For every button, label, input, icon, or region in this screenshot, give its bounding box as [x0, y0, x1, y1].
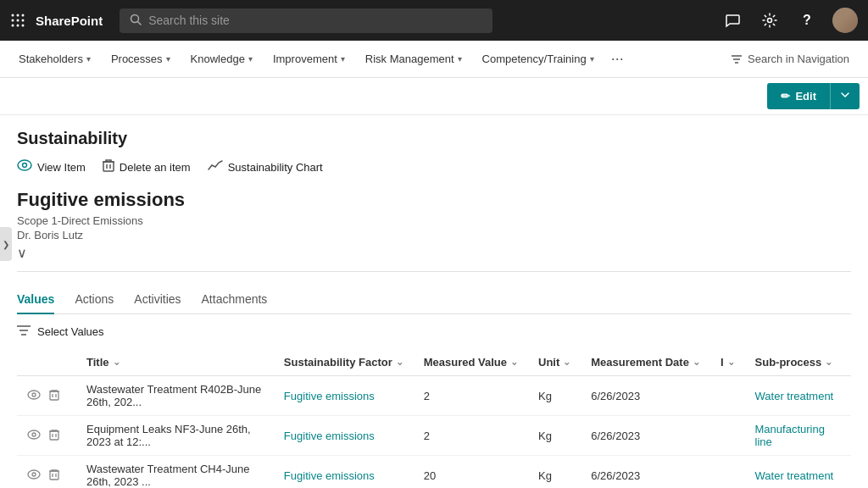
main-content: Sustainability View Item: [0, 115, 868, 488]
chart-icon: [208, 159, 223, 175]
filter-icon: [731, 53, 743, 65]
tab-values[interactable]: Values: [17, 286, 54, 314]
svg-point-2: [22, 14, 25, 17]
col-sustainability-factor[interactable]: Sustainability Factor ⌄: [274, 349, 414, 376]
svg-point-5: [22, 19, 25, 22]
top-bar-actions: ?: [721, 8, 858, 33]
item-title: Fugitive emissions: [17, 189, 851, 211]
side-collapse-tab[interactable]: ❯: [0, 227, 12, 261]
data-table: Title ⌄ Sustainability Factor ⌄ Measured…: [17, 349, 851, 488]
nav-item-competency-training[interactable]: Competency/Training ▾: [474, 41, 603, 77]
delete-item-button[interactable]: Delete an item: [103, 158, 191, 175]
row-sustainability-factor[interactable]: Fugitive emissions: [274, 416, 414, 456]
edit-expand-button[interactable]: [830, 83, 860, 109]
row-actions: [27, 429, 66, 443]
toolbar: View Item Delete an item Sustainabilit: [17, 158, 851, 175]
svg-point-4: [17, 19, 19, 22]
svg-point-0: [12, 14, 14, 17]
row-title: Wastewater Treatment CH4-June 26th, 2023…: [76, 456, 274, 489]
row-unit: Kg: [528, 456, 581, 489]
search-navigation-button[interactable]: Search in Navigation: [722, 49, 858, 69]
tabs: Values Actions Activities Attachments: [17, 286, 851, 314]
help-icon[interactable]: ?: [795, 8, 819, 32]
row-i: [710, 416, 745, 456]
svg-point-31: [32, 433, 36, 436]
svg-point-8: [22, 25, 25, 27]
col-i[interactable]: I ⌄: [710, 349, 745, 376]
col-measurement-date[interactable]: Measurement Date ⌄: [581, 349, 710, 376]
item-scope: Scope 1-Direct Emissions: [17, 214, 851, 227]
row-actions: [27, 389, 66, 403]
tab-attachments[interactable]: Attachments: [202, 286, 268, 314]
row-delete-icon[interactable]: [49, 389, 59, 403]
row-actions: [27, 469, 66, 483]
table-header-row: Title ⌄ Sustainability Factor ⌄ Measured…: [17, 349, 851, 376]
sort-icon: ⌄: [825, 357, 832, 368]
svg-point-11: [768, 19, 772, 23]
nav-item-knowledge[interactable]: Knowledge ▾: [182, 41, 261, 77]
page-title: Sustainability: [17, 129, 851, 148]
svg-point-37: [32, 473, 36, 476]
edit-pencil-icon: ✏: [781, 90, 790, 103]
chevron-down-icon: ▾: [248, 54, 253, 64]
col-unit[interactable]: Unit ⌄: [528, 349, 581, 376]
nav-more-button[interactable]: ···: [606, 50, 629, 68]
sort-icon: ⌄: [693, 357, 700, 368]
select-values-row[interactable]: Select Values: [17, 324, 851, 339]
nav-item-processes[interactable]: Processes ▾: [103, 41, 179, 77]
svg-rect-32: [50, 431, 58, 440]
apps-grid-icon[interactable]: [10, 13, 25, 28]
tab-actions[interactable]: Actions: [75, 286, 114, 314]
sort-icon: ⌄: [727, 357, 735, 368]
svg-point-25: [32, 393, 36, 396]
row-unit: Kg: [528, 416, 581, 456]
chevron-down-icon: ▾: [458, 54, 462, 64]
eye-icon: [17, 159, 32, 175]
chat-icon[interactable]: [721, 8, 744, 32]
row-measurement-date: 6/26/2023: [581, 456, 710, 489]
col-actions: [17, 349, 76, 376]
svg-point-3: [12, 19, 14, 22]
col-sub-process[interactable]: Sub-process ⌄: [745, 349, 851, 376]
row-sub-process[interactable]: Water treatment: [745, 376, 851, 416]
item-info: Fugitive emissions Scope 1-Direct Emissi…: [17, 189, 851, 272]
search-bar[interactable]: [120, 8, 492, 33]
row-view-icon[interactable]: [27, 469, 41, 482]
tab-activities[interactable]: Activities: [134, 286, 181, 314]
row-actions-cell: [17, 376, 76, 416]
table-row: Wastewater Treatment R402B-June 26th, 20…: [17, 376, 851, 416]
row-measured-value: 2: [414, 376, 528, 416]
svg-point-1: [17, 14, 19, 17]
col-title[interactable]: Title ⌄: [76, 349, 274, 376]
row-sustainability-factor[interactable]: Fugitive emissions: [274, 376, 414, 416]
row-sub-process[interactable]: Manufacturing line: [745, 416, 851, 456]
edit-button[interactable]: ✏ Edit: [767, 83, 830, 109]
sustainability-chart-button[interactable]: Sustainability Chart: [208, 159, 323, 175]
svg-point-6: [12, 25, 14, 27]
row-measured-value: 2: [414, 416, 528, 456]
settings-icon[interactable]: [758, 8, 782, 32]
row-delete-icon[interactable]: [49, 469, 59, 483]
svg-point-7: [17, 25, 19, 27]
user-avatar[interactable]: [832, 8, 858, 33]
row-sub-process[interactable]: Water treatment: [745, 456, 851, 489]
row-view-icon[interactable]: [27, 429, 41, 442]
nav-item-stakeholders[interactable]: Stakeholders ▾: [10, 41, 99, 77]
svg-point-36: [28, 470, 40, 479]
nav-item-risk-management[interactable]: Risk Management ▾: [357, 41, 470, 77]
sort-icon: ⌄: [396, 357, 403, 368]
search-input[interactable]: [148, 14, 482, 27]
row-view-icon[interactable]: [27, 389, 41, 402]
expand-item-button[interactable]: ∨: [17, 245, 851, 261]
chevron-down-icon: ▾: [341, 54, 345, 64]
row-title: Equipment Leaks NF3-June 26th, 2023 at 1…: [76, 416, 274, 456]
row-sustainability-factor[interactable]: Fugitive emissions: [274, 456, 414, 489]
trash-icon: [103, 158, 114, 175]
row-measurement-date: 6/26/2023: [581, 376, 710, 416]
nav-item-improvement[interactable]: Improvement ▾: [264, 41, 353, 77]
row-delete-icon[interactable]: [49, 429, 59, 443]
svg-rect-26: [50, 391, 58, 400]
nav-bar: Stakeholders ▾ Processes ▾ Knowledge ▾ I…: [0, 41, 868, 78]
col-measured-value[interactable]: Measured Value ⌄: [414, 349, 528, 376]
view-item-button[interactable]: View Item: [17, 159, 86, 175]
